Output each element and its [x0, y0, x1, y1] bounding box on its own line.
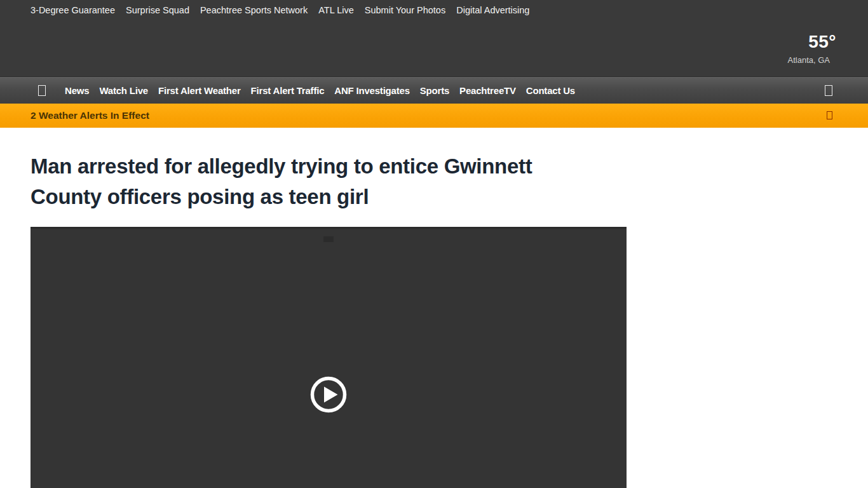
nav-item-first-alert-weather[interactable]: First Alert Weather	[158, 85, 241, 96]
site-header: 3-Degree Guarantee Surprise Squad Peacht…	[0, 0, 868, 76]
play-button[interactable]	[310, 376, 347, 413]
topbar-links: 3-Degree Guarantee Surprise Squad Peacht…	[0, 0, 868, 15]
alert-text: 2 Weather Alerts In Effect	[31, 110, 149, 121]
topbar-link-surprise-squad[interactable]: Surprise Squad	[126, 5, 189, 15]
nav-item-news[interactable]: News	[65, 85, 89, 96]
topbar-link-3-degree-guarantee[interactable]: 3-Degree Guarantee	[31, 5, 115, 15]
play-icon	[310, 376, 347, 413]
chevron-down-icon[interactable]	[827, 111, 832, 119]
nav-item-contact-us[interactable]: Contact Us	[526, 85, 575, 96]
video-player[interactable]	[31, 227, 627, 488]
article-headline: Man arrested for allegedly trying to ent…	[31, 151, 583, 212]
nav-item-sports[interactable]: Sports	[420, 85, 449, 96]
nav-item-first-alert-traffic[interactable]: First Alert Traffic	[251, 85, 325, 96]
nav-item-anf-investigates[interactable]: ANF Investigates	[334, 85, 410, 96]
topbar-link-submit-your-photos[interactable]: Submit Your Photos	[365, 5, 445, 15]
menu-icon[interactable]	[38, 85, 46, 96]
article-content: Man arrested for allegedly trying to ent…	[0, 151, 868, 488]
weather-widget[interactable]: 55° Atlanta, GA	[788, 32, 837, 65]
topbar-link-peachtree-sports-network[interactable]: Peachtree Sports Network	[200, 5, 308, 15]
weather-location: Atlanta, GA	[788, 55, 837, 65]
nav-item-peachtreetv[interactable]: PeachtreeTV	[459, 85, 516, 96]
search-icon[interactable]	[825, 85, 832, 96]
main-nav: News Watch Live First Alert Weather Firs…	[0, 76, 868, 104]
temperature: 55°	[788, 32, 837, 52]
topbar-link-digital-advertising[interactable]: Digital Advertising	[456, 5, 529, 15]
topbar-link-atl-live[interactable]: ATL Live	[318, 5, 354, 15]
video-loading-element	[323, 236, 334, 242]
weather-alert-bar[interactable]: 2 Weather Alerts In Effect	[0, 104, 868, 128]
nav-item-watch-live[interactable]: Watch Live	[99, 85, 148, 96]
